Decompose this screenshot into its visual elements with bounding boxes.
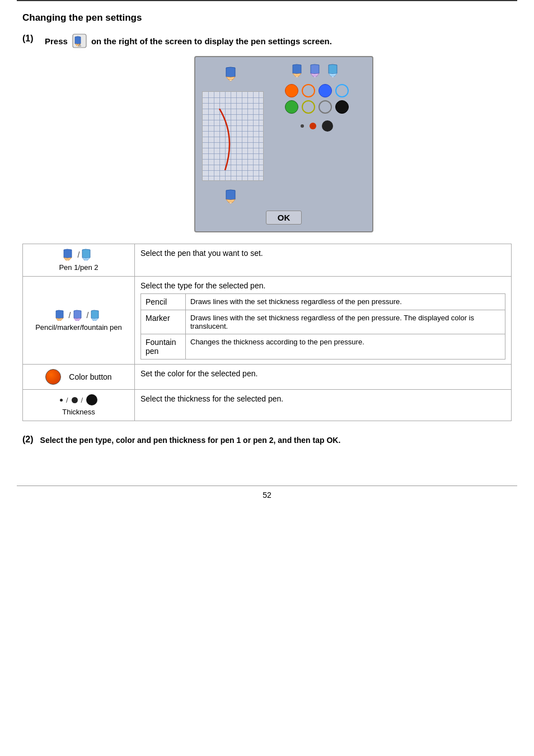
settings-screen-container: OK (56, 56, 512, 232)
pen-select-left: / Pen 1/pen 2 (23, 244, 135, 277)
ok-button[interactable]: OK (266, 211, 302, 225)
color-dot-cyan-empty[interactable] (335, 84, 349, 97)
svg-marker-5 (226, 67, 235, 77)
size-row (268, 120, 366, 132)
type-slash1: / (69, 311, 71, 320)
svg-marker-29 (74, 310, 81, 319)
step1-text-after: on the right of the screen to display th… (91, 36, 332, 46)
color-btn-right: Set the color for the selected pen. (135, 365, 512, 390)
svg-marker-20 (64, 249, 72, 258)
svg-marker-32 (91, 310, 99, 319)
svg-marker-9 (226, 199, 235, 202)
size-large[interactable] (322, 120, 333, 132)
settings-icon: △ (72, 34, 87, 48)
svg-marker-6 (226, 77, 235, 80)
pen-select-desc: Select the pen that you want to set. (140, 249, 263, 258)
svg-marker-28 (58, 320, 61, 321)
svg-marker-17 (329, 64, 337, 74)
svg-marker-8 (226, 190, 235, 200)
svg-marker-16 (313, 76, 317, 77)
inner-row-pencil: Pencil Draws lines with the set thicknes… (141, 294, 505, 310)
marker-icon (73, 310, 85, 321)
color-dot-black-full[interactable] (335, 100, 349, 114)
color-button-label: Color button (69, 372, 111, 381)
color-row-2 (285, 100, 349, 114)
color-dot-gray-empty[interactable] (318, 100, 332, 114)
color-dot-green-full[interactable] (285, 100, 298, 114)
type-slash2: / (87, 311, 89, 320)
pen-type-fountain-icon (328, 64, 341, 77)
info-table: / Pen 1/pen 2 Select the pen that you wa… (22, 244, 512, 421)
thickness-large-dot (86, 394, 97, 405)
left-pen-icon-top (225, 66, 241, 83)
step2-text: Select the pen type, color and pen thick… (40, 435, 341, 446)
pen-select-right: Select the pen that you want to set. (135, 244, 512, 277)
fountain-desc: Changes the thickness according to the p… (186, 334, 505, 360)
svg-marker-21 (64, 258, 72, 260)
pencil-desc: Draws lines with the set thickness regar… (186, 294, 505, 310)
svg-marker-22 (65, 260, 69, 261)
svg-marker-7 (228, 80, 233, 81)
pen-type-icons: / / (29, 310, 129, 321)
thickness-slash2: / (81, 396, 83, 404)
svg-marker-18 (329, 73, 337, 76)
section-title: Changing the pen settings (22, 12, 512, 24)
screen-right (268, 64, 366, 206)
pen12-icons: / (29, 249, 129, 261)
thickness-slash1: / (66, 396, 68, 404)
svg-marker-11 (293, 64, 301, 74)
color-dot-yellow-empty[interactable] (302, 100, 315, 114)
size-medium[interactable] (310, 123, 316, 129)
svg-marker-30 (74, 318, 81, 320)
page-number: 52 (0, 491, 534, 505)
svg-marker-10 (228, 202, 233, 204)
thickness-label: Thickness (29, 408, 129, 416)
size-small[interactable] (301, 124, 304, 128)
thickness-small-dot (60, 399, 63, 402)
svg-marker-13 (295, 76, 299, 77)
svg-marker-12 (293, 73, 301, 76)
step1-row: (1) Press △ on the right of the screen t… (22, 34, 512, 48)
fountain-name: Fountain pen (141, 334, 186, 360)
thickness-icons: / / (29, 394, 129, 405)
pen2-icon (82, 249, 94, 261)
inner-table-pen-types: Pencil Draws lines with the set thicknes… (140, 293, 505, 360)
svg-marker-33 (91, 318, 99, 320)
pencil-name: Pencil (141, 294, 186, 310)
inner-row-marker: Marker Draws lines with the set thicknes… (141, 310, 505, 334)
grid-area (202, 91, 264, 181)
step1-press-label: Press (45, 36, 68, 46)
svg-marker-24 (82, 258, 90, 260)
svg-text:△: △ (77, 43, 81, 46)
pencil-icon (55, 310, 67, 321)
pen-type-header: Select the type for the selected pen. (140, 281, 505, 290)
pen-type-left: / / Pencil/marker/fountain pen (23, 277, 135, 365)
svg-marker-26 (56, 310, 63, 319)
thickness-desc: Select the thickness for the selected pe… (140, 394, 283, 403)
pen12-label: Pen 1/pen 2 (29, 263, 129, 272)
ok-button-area: OK (202, 211, 366, 225)
svg-marker-31 (76, 320, 79, 321)
step1-number: (1) (22, 34, 39, 44)
table-row-color: Color button Set the color for the selec… (23, 365, 512, 390)
step2-row: (2) Select the pen type, color and pen t… (22, 435, 512, 446)
color-button-icon (45, 369, 61, 385)
color-btn-desc: Set the color for the selected pen. (140, 369, 257, 378)
svg-marker-23 (82, 249, 90, 258)
color-dot-blue-full[interactable] (318, 84, 332, 97)
color-dot-orange-full[interactable] (285, 84, 298, 97)
svg-marker-25 (84, 260, 88, 261)
color-dot-orange-empty[interactable] (302, 84, 315, 97)
screen-left (202, 64, 264, 206)
table-row-pen-select: / Pen 1/pen 2 Select the pen that you wa… (23, 244, 512, 277)
step1-text: Press △ on the right of the screen to di… (45, 34, 332, 48)
marker-name: Marker (141, 310, 186, 334)
page-content: Changing the pen settings (1) Press △ on (0, 1, 534, 469)
svg-marker-14 (311, 64, 319, 74)
color-grid (268, 84, 366, 114)
fountain-icon (91, 310, 102, 321)
bottom-rule (17, 486, 517, 486)
pen1-icon (63, 249, 76, 261)
pen-type-label: Pencil/marker/fountain pen (29, 323, 129, 332)
pen-type-row (268, 64, 366, 77)
